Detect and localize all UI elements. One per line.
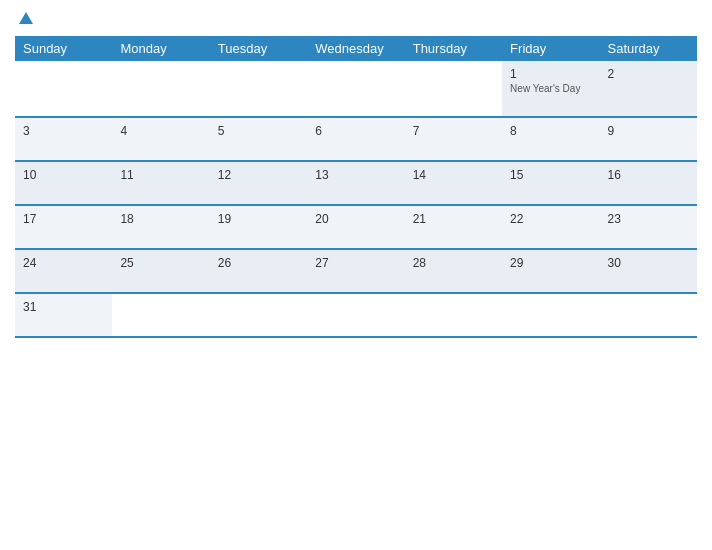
day-number: 18 xyxy=(120,212,201,226)
calendar-cell xyxy=(307,293,404,337)
day-number: 11 xyxy=(120,168,201,182)
day-number: 28 xyxy=(413,256,494,270)
calendar-cell xyxy=(502,293,599,337)
calendar-cell: 26 xyxy=(210,249,307,293)
day-number: 7 xyxy=(413,124,494,138)
calendar-cell: 29 xyxy=(502,249,599,293)
calendar-table: Sunday Monday Tuesday Wednesday Thursday… xyxy=(15,36,697,338)
week-row-3: 17181920212223 xyxy=(15,205,697,249)
calendar-cell: 12 xyxy=(210,161,307,205)
day-number: 23 xyxy=(608,212,689,226)
week-row-5: 31 xyxy=(15,293,697,337)
calendar-cell: 7 xyxy=(405,117,502,161)
calendar-cell: 24 xyxy=(15,249,112,293)
calendar-cell: 13 xyxy=(307,161,404,205)
day-number: 6 xyxy=(315,124,396,138)
calendar-container: Sunday Monday Tuesday Wednesday Thursday… xyxy=(0,0,712,550)
calendar-cell: 23 xyxy=(600,205,697,249)
header-wednesday: Wednesday xyxy=(307,36,404,61)
week-row-4: 24252627282930 xyxy=(15,249,697,293)
day-number: 5 xyxy=(218,124,299,138)
weekday-header-row: Sunday Monday Tuesday Wednesday Thursday… xyxy=(15,36,697,61)
calendar-cell: 20 xyxy=(307,205,404,249)
calendar-cell xyxy=(405,293,502,337)
calendar-cell: 31 xyxy=(15,293,112,337)
header-tuesday: Tuesday xyxy=(210,36,307,61)
header-saturday: Saturday xyxy=(600,36,697,61)
day-number: 21 xyxy=(413,212,494,226)
calendar-cell: 10 xyxy=(15,161,112,205)
calendar-body: 1New Year's Day2345678910111213141516171… xyxy=(15,61,697,337)
header-sunday: Sunday xyxy=(15,36,112,61)
calendar-cell: 11 xyxy=(112,161,209,205)
calendar-cell xyxy=(210,293,307,337)
calendar-cell: 8 xyxy=(502,117,599,161)
logo xyxy=(15,10,37,28)
calendar-cell xyxy=(307,61,404,117)
calendar-cell: 27 xyxy=(307,249,404,293)
header-thursday: Thursday xyxy=(405,36,502,61)
day-number: 17 xyxy=(23,212,104,226)
calendar-cell: 18 xyxy=(112,205,209,249)
day-number: 31 xyxy=(23,300,104,314)
calendar-cell: 3 xyxy=(15,117,112,161)
calendar-cell: 16 xyxy=(600,161,697,205)
calendar-cell: 9 xyxy=(600,117,697,161)
calendar-cell xyxy=(405,61,502,117)
calendar-cell xyxy=(210,61,307,117)
calendar-cell xyxy=(15,61,112,117)
day-number: 13 xyxy=(315,168,396,182)
calendar-cell: 28 xyxy=(405,249,502,293)
header-friday: Friday xyxy=(502,36,599,61)
day-number: 3 xyxy=(23,124,104,138)
day-number: 14 xyxy=(413,168,494,182)
logo-icon xyxy=(17,10,35,28)
holiday-label: New Year's Day xyxy=(510,83,591,94)
day-number: 16 xyxy=(608,168,689,182)
day-number: 26 xyxy=(218,256,299,270)
day-number: 12 xyxy=(218,168,299,182)
day-number: 25 xyxy=(120,256,201,270)
day-number: 10 xyxy=(23,168,104,182)
week-row-2: 10111213141516 xyxy=(15,161,697,205)
day-number: 24 xyxy=(23,256,104,270)
week-row-1: 3456789 xyxy=(15,117,697,161)
day-number: 20 xyxy=(315,212,396,226)
svg-marker-0 xyxy=(19,12,33,24)
calendar-cell: 15 xyxy=(502,161,599,205)
day-number: 19 xyxy=(218,212,299,226)
calendar-cell: 19 xyxy=(210,205,307,249)
calendar-cell: 2 xyxy=(600,61,697,117)
day-number: 4 xyxy=(120,124,201,138)
calendar-cell xyxy=(112,293,209,337)
calendar-cell: 14 xyxy=(405,161,502,205)
day-number: 8 xyxy=(510,124,591,138)
day-number: 15 xyxy=(510,168,591,182)
day-number: 1 xyxy=(510,67,591,81)
day-number: 30 xyxy=(608,256,689,270)
calendar-cell xyxy=(112,61,209,117)
calendar-cell: 6 xyxy=(307,117,404,161)
calendar-cell: 4 xyxy=(112,117,209,161)
day-number: 2 xyxy=(608,67,689,81)
calendar-cell: 25 xyxy=(112,249,209,293)
day-number: 22 xyxy=(510,212,591,226)
day-number: 29 xyxy=(510,256,591,270)
day-number: 27 xyxy=(315,256,396,270)
calendar-cell: 17 xyxy=(15,205,112,249)
calendar-cell: 30 xyxy=(600,249,697,293)
calendar-header xyxy=(15,10,697,28)
calendar-cell: 21 xyxy=(405,205,502,249)
calendar-cell: 5 xyxy=(210,117,307,161)
day-number: 9 xyxy=(608,124,689,138)
calendar-cell xyxy=(600,293,697,337)
week-row-0: 1New Year's Day2 xyxy=(15,61,697,117)
calendar-cell: 1New Year's Day xyxy=(502,61,599,117)
header-monday: Monday xyxy=(112,36,209,61)
calendar-cell: 22 xyxy=(502,205,599,249)
